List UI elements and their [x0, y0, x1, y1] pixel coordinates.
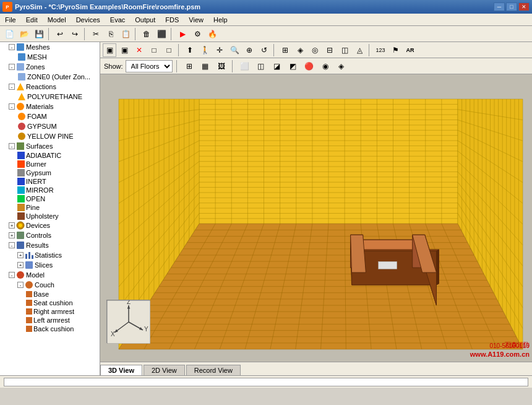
close-button[interactable]: ✕	[518, 2, 530, 11]
delete-button[interactable]: 🗑	[140, 27, 153, 41]
tree-gypsum-mat[interactable]: GYPSUM	[0, 121, 100, 131]
menu-output[interactable]: Output	[130, 15, 160, 25]
window-controls[interactable]: ─ □ ✕	[494, 2, 530, 11]
mesh-btn[interactable]: ⊟	[323, 43, 337, 57]
expand-model[interactable]: -	[9, 272, 15, 278]
expand-meshes[interactable]: -	[9, 44, 15, 50]
tree-zone0[interactable]: ZONE0 (Outer Zon...	[0, 72, 100, 82]
paste-button[interactable]: 📋	[119, 27, 132, 41]
tab-3d-view[interactable]: 3D View	[100, 365, 142, 375]
tree-surfaces[interactable]: - Surfaces	[0, 141, 100, 151]
show-btn-6[interactable]: ◪	[270, 59, 284, 73]
menu-view[interactable]: View	[184, 15, 208, 25]
scroll-bar[interactable]	[4, 378, 528, 386]
tree-inert[interactable]: INERT	[0, 177, 100, 186]
stop-button[interactable]: ⬛	[155, 27, 168, 41]
move-btn[interactable]: ✛	[213, 43, 226, 57]
tree-mesh-item[interactable]: MESH	[0, 52, 100, 62]
trans-btn[interactable]: ◬	[353, 43, 366, 57]
tree-devices[interactable]: + Devices	[0, 220, 100, 230]
floor-select[interactable]: All Floors	[126, 60, 173, 72]
rotate-btn[interactable]: ↺	[257, 43, 271, 57]
open-button[interactable]: 📂	[17, 27, 31, 41]
redo-button[interactable]: ↪	[68, 27, 82, 41]
cursor-btn[interactable]: ⬆	[183, 43, 197, 57]
menu-file[interactable]: File	[0, 15, 21, 25]
cut-button[interactable]: ✂	[89, 27, 103, 41]
menu-devices[interactable]: Devices	[71, 15, 105, 25]
view-btn-4[interactable]: □	[147, 43, 161, 57]
view-btn-3[interactable]: ✕	[132, 43, 146, 57]
maximize-button[interactable]: □	[506, 2, 517, 11]
show-btn-5[interactable]: ◫	[254, 59, 268, 73]
tree-left-armrest[interactable]: Left armrest	[0, 316, 100, 324]
show-btn-3[interactable]: 🖼	[215, 59, 228, 73]
run-button[interactable]: ▶	[176, 27, 189, 41]
tab-2d-view[interactable]: 2D View	[144, 365, 185, 375]
expand-devices[interactable]: +	[9, 222, 15, 229]
expand-zones[interactable]: -	[9, 64, 15, 70]
copy-button[interactable]: ⎘	[104, 27, 118, 41]
view-btn-5[interactable]: □	[162, 43, 176, 57]
tree-materials[interactable]: - Materials	[0, 102, 100, 111]
show-btn-1[interactable]: ⊞	[182, 59, 196, 73]
tree-results[interactable]: - Results	[0, 240, 100, 250]
tree-back-cushion[interactable]: Back cushion	[0, 324, 100, 333]
expand-materials[interactable]: -	[9, 103, 15, 110]
run2-button[interactable]: ⚙	[191, 27, 204, 41]
save-button[interactable]: 💾	[32, 27, 46, 41]
expand-slices[interactable]: +	[17, 262, 24, 268]
show-btn-2[interactable]: ▦	[199, 59, 212, 73]
expand-controls[interactable]: +	[9, 232, 15, 238]
tree-pine-surf[interactable]: Pine	[0, 203, 100, 212]
expand-statistics[interactable]: +	[17, 252, 24, 258]
show-btn-10[interactable]: ◈	[335, 59, 348, 73]
menu-edit[interactable]: Edit	[21, 15, 43, 25]
menu-evac[interactable]: Evac	[105, 15, 130, 25]
new-button[interactable]: 📄	[2, 27, 16, 41]
tree-foam[interactable]: FOAM	[0, 111, 100, 121]
show-btn-9[interactable]: ◉	[319, 59, 332, 73]
light-btn[interactable]: ◎	[308, 43, 322, 57]
tree-model[interactable]: - Model	[0, 270, 100, 280]
zoom2-btn[interactable]: ⊕	[242, 43, 256, 57]
anim-btn[interactable]: ⚑	[388, 43, 402, 57]
tree-yellow-pine[interactable]: YELLOW PINE	[0, 131, 100, 141]
expand-reactions[interactable]: -	[9, 84, 15, 90]
view-btn-2[interactable]: ▣	[118, 43, 131, 57]
zoom-btn[interactable]: 🔍	[228, 43, 241, 57]
run3-button[interactable]: 🔥	[205, 27, 219, 41]
ortho-btn[interactable]: ⊞	[278, 43, 292, 57]
show-btn-4[interactable]: ⬜	[238, 59, 252, 73]
tree-mirror[interactable]: MIRROR	[0, 186, 100, 194]
tree-reactions[interactable]: - Reactions	[0, 82, 100, 92]
3d-viewport[interactable]: 万森消防 010-56100119 www.A119.com.cn	[100, 74, 532, 362]
expand-surfaces[interactable]: -	[9, 143, 15, 149]
surf-btn[interactable]: ◫	[338, 43, 351, 57]
expand-couch[interactable]: -	[17, 282, 24, 288]
walk-btn[interactable]: 🚶	[198, 43, 212, 57]
tree-base[interactable]: Base	[0, 290, 100, 298]
menu-help[interactable]: Help	[208, 15, 233, 25]
tree-slices[interactable]: + Slices	[0, 260, 100, 270]
tree-adiabatic[interactable]: ADIABATIC	[0, 151, 100, 160]
tree-couch[interactable]: - Couch	[0, 280, 100, 290]
tree-zones[interactable]: - Zones	[0, 62, 100, 72]
undo-button[interactable]: ↩	[53, 27, 67, 41]
tree-controls[interactable]: + Controls	[0, 230, 100, 240]
tree-statistics[interactable]: + Statistics	[0, 250, 100, 260]
view-btn-1[interactable]: ▣	[103, 43, 116, 57]
tree-right-armrest[interactable]: Right armrest	[0, 307, 100, 316]
ar-btn[interactable]: AR	[403, 43, 417, 57]
tab-record-view[interactable]: Record View	[186, 365, 241, 375]
tree-gypsum-surf[interactable]: Gypsum	[0, 168, 100, 177]
menu-fds[interactable]: FDS	[160, 15, 184, 25]
minimize-button[interactable]: ─	[494, 2, 505, 11]
tree-upholstery[interactable]: Upholstery	[0, 212, 100, 220]
tree-burner[interactable]: Burner	[0, 160, 100, 168]
persp-btn[interactable]: ◈	[293, 43, 307, 57]
show-btn-8[interactable]: 🔴	[302, 59, 316, 73]
render-btn[interactable]: 123	[374, 43, 387, 57]
tree-open[interactable]: OPEN	[0, 194, 100, 203]
tree-polyurethane[interactable]: POLYURETHANE	[0, 92, 100, 102]
